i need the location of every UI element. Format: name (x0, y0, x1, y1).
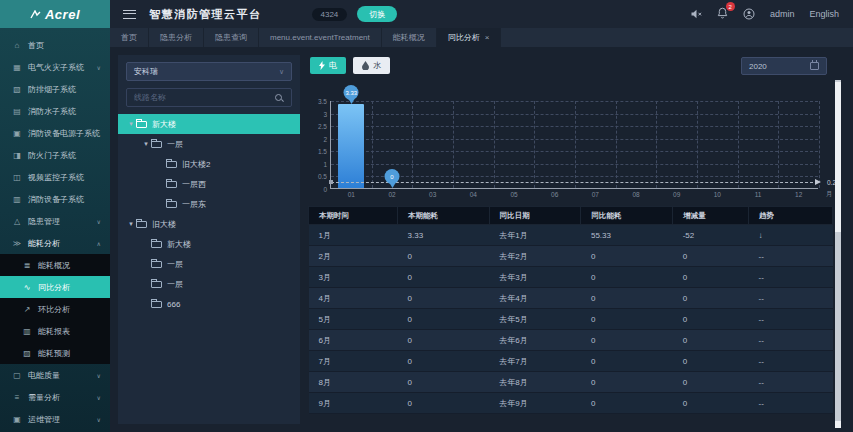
tree-node[interactable]: 一层东 (118, 194, 300, 214)
sidebar-item-mom-analysis[interactable]: ↗环比分析 (0, 298, 110, 320)
close-icon[interactable]: × (485, 33, 490, 42)
caret-down-icon[interactable]: ▾ (126, 120, 136, 128)
scrollbar-thumb[interactable] (835, 82, 841, 232)
tree-node-label: 新大楼 (152, 119, 176, 130)
table-body: 1月3.33去年1月55.33-52↓2月0去年2月00--3月0去年3月00-… (309, 225, 833, 414)
tree-node[interactable]: ▾新大楼 (118, 114, 300, 134)
y-axis-label: 1.5 (318, 148, 327, 155)
sidebar-item-energy-analysis[interactable]: ≫能耗分析∧ (0, 232, 110, 254)
device-tree-panel: 安科瑞 ∨ ▾新大楼▾一层旧大楼2一层西一层东▾旧大楼新大楼一层一层666 (118, 55, 300, 424)
tab-5[interactable]: 能耗概况 (382, 28, 437, 47)
language-switch[interactable]: English (809, 9, 839, 19)
trend-cell: -- (749, 267, 833, 288)
tab-6[interactable]: 同比分析× (437, 28, 502, 47)
cell: 去年8月 (489, 372, 581, 393)
sidebar-item-yoy-analysis[interactable]: ∿同比分析 (0, 276, 110, 298)
tree-node[interactable]: 666 (118, 294, 300, 314)
table-row: 2月0去年2月00-- (309, 246, 833, 267)
smoke-control-icon: ▧ (12, 85, 22, 94)
gridline (534, 101, 535, 188)
sidebar-item-power-quality[interactable]: ▢电能质量∨ (0, 364, 110, 386)
x-axis-label: 05 (510, 191, 517, 198)
username[interactable]: admin (770, 9, 795, 19)
sidebar-item-smoke-control[interactable]: ▧防排烟子系统 (0, 78, 110, 100)
switch-button[interactable]: 切换 (357, 6, 397, 22)
sidebar-item-energy-forecast[interactable]: ▨能耗预测 (0, 342, 110, 364)
search-input[interactable] (134, 93, 274, 102)
gridline (738, 101, 739, 188)
sidebar-item-label: 视频监控子系统 (28, 172, 84, 183)
sidebar-item-label: 消防设备子系统 (28, 194, 84, 205)
tree-node[interactable]: 新大楼 (118, 234, 300, 254)
sidebar-item-hazard-mgmt[interactable]: △隐患管理∨ (0, 210, 110, 232)
bar-01[interactable] (338, 104, 364, 188)
building-select[interactable]: 安科瑞 ∨ (126, 62, 292, 81)
tree-node[interactable]: ▾一层 (118, 134, 300, 154)
gridline (494, 101, 495, 188)
gridline (616, 101, 617, 188)
tab-3[interactable]: 隐患查询 (204, 28, 259, 47)
caret-down-icon[interactable]: ▾ (126, 220, 136, 228)
calendar-icon (810, 62, 819, 70)
tree-node[interactable]: ▾旧大楼 (118, 214, 300, 234)
sidebar-item-fire-power[interactable]: ▣消防设备电源子系统 (0, 122, 110, 144)
scrollbar-down-arrow[interactable] (835, 421, 841, 428)
sidebar-item-label: 能耗预测 (38, 348, 70, 359)
sidebar-menu: ⌂首页▦电气火灾子系统∨▧防排烟子系统▤消防水子系统▣消防设备电源子系统◨防火门… (0, 28, 110, 432)
energy-report-icon: ▥ (22, 327, 32, 336)
x-axis-label: 12 (795, 191, 802, 198)
cell: 0 (398, 351, 490, 372)
tab-label: 同比分析 (448, 32, 480, 43)
sidebar-item-label: 能耗分析 (28, 238, 60, 249)
sidebar-item-home[interactable]: ⌂首页 (0, 34, 110, 56)
cell: 0 (673, 246, 749, 267)
sidebar-item-om-mgmt[interactable]: ▣运维管理∨ (0, 408, 110, 430)
tree-node[interactable]: 一层西 (118, 174, 300, 194)
sidebar-item-fire-water[interactable]: ▤消防水子系统 (0, 100, 110, 122)
x-axis-label: 07 (592, 191, 599, 198)
chevron-down-icon: ∨ (97, 218, 101, 225)
search-icon[interactable] (274, 93, 284, 103)
menu-collapse-icon[interactable] (123, 10, 136, 19)
cell: 0 (398, 267, 490, 288)
user-avatar-icon[interactable] (743, 8, 755, 20)
tree-node[interactable]: 旧大楼2 (118, 154, 300, 174)
caret-down-icon[interactable]: ▾ (141, 140, 151, 148)
volume-mute-icon[interactable] (690, 8, 702, 20)
tab-4[interactable]: menu.event.eventTreatment (259, 28, 382, 47)
cell: 6月 (309, 330, 398, 351)
notifications-bell[interactable]: 2 (717, 7, 728, 21)
tab-1[interactable]: 首页 (110, 28, 149, 47)
tab-2[interactable]: 隐患分析 (149, 28, 204, 47)
sidebar-item-demand-analysis[interactable]: ≡需量分析∨ (0, 386, 110, 408)
gridline (778, 101, 779, 188)
cell: 去年6月 (489, 330, 581, 351)
sidebar-item-energy-overview[interactable]: ≣能耗概况 (0, 254, 110, 276)
y-axis-label: 3 (323, 110, 327, 117)
gridline (656, 101, 657, 188)
sidebar-item-energy-report[interactable]: ▥能耗报表 (0, 320, 110, 342)
electric-button[interactable]: 电 (310, 57, 346, 74)
table-row: 1月3.33去年1月55.33-52↓ (309, 225, 833, 246)
sidebar-item-fire-equipment[interactable]: ▥消防设备子系统 (0, 188, 110, 210)
tree-node[interactable]: 一层 (118, 254, 300, 274)
building-select-value: 安科瑞 (134, 66, 158, 77)
folder-icon (136, 221, 147, 228)
cell: 0 (398, 393, 490, 414)
sidebar-item-fire-door[interactable]: ◨防火门子系统 (0, 144, 110, 166)
sidebar-item-video-monitor[interactable]: ◫视频监控子系统 (0, 166, 110, 188)
water-button[interactable]: 水 (353, 57, 390, 74)
x-axis-label: 04 (470, 191, 477, 198)
sidebar-item-electrical-fire[interactable]: ▦电气火灾子系统∨ (0, 56, 110, 78)
tab-bar: 首页隐患分析隐患查询menu.event.eventTreatment能耗概况同… (110, 28, 853, 47)
sidebar-item-label: 环比分析 (38, 304, 70, 315)
point-label: 0 (385, 169, 400, 184)
tree-node[interactable]: 一层 (118, 274, 300, 294)
average-markline: 0.28 (331, 182, 818, 183)
tab-label: 隐患分析 (160, 32, 192, 43)
chevron-down-icon: ∨ (97, 64, 101, 71)
year-picker[interactable]: 2020 (741, 57, 827, 75)
cell: 5月 (309, 309, 398, 330)
trend-cell: -- (749, 309, 833, 330)
vertical-scrollbar[interactable] (835, 80, 841, 428)
